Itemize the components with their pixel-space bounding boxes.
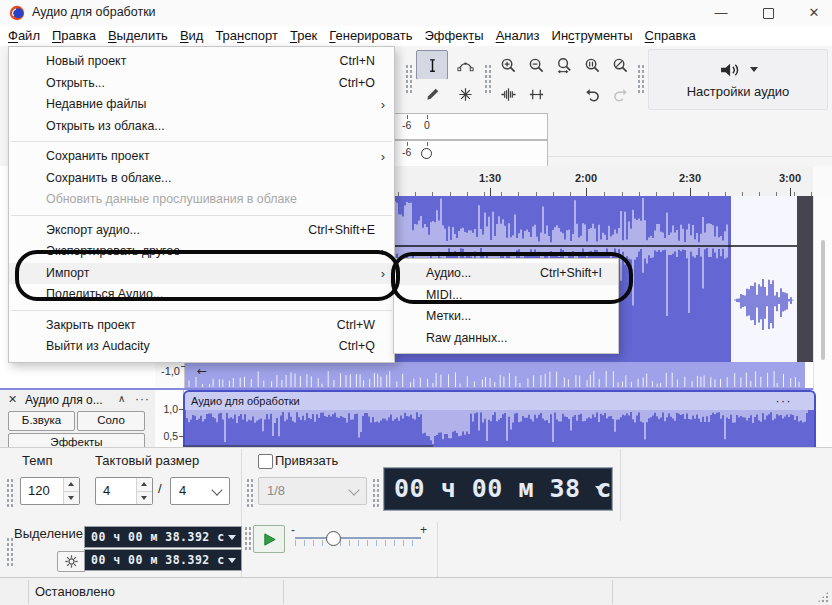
import-submenu-item-3[interactable]: Raw данных... (394, 328, 618, 350)
file-menu-item-11[interactable]: Импорт› (9, 263, 394, 285)
effects-button[interactable]: Эффекты (8, 433, 145, 447)
trim-audio-button[interactable] (494, 79, 523, 109)
close-button[interactable]: ✕ (799, 0, 829, 26)
audio-setup-grip[interactable] (637, 64, 645, 94)
snap-toolbar-grip[interactable] (246, 478, 254, 508)
time-toolbar-grip[interactable] (6, 478, 14, 508)
vertical-scrollbar-thumb[interactable] (821, 240, 825, 360)
selection-start-value[interactable]: 00 ч 00 м 38.392 с (91, 530, 225, 544)
menubar-item-2[interactable]: Выделить (102, 26, 174, 46)
file-menu-item-0[interactable]: Новый проектCtrl+N (9, 51, 394, 73)
time-display-grip[interactable] (372, 478, 380, 508)
fit-project-button[interactable] (578, 50, 607, 80)
tools-toolbar-grip[interactable] (405, 64, 413, 94)
play-at-speed-button[interactable] (253, 525, 285, 553)
solo-button[interactable]: Соло (77, 411, 145, 431)
menu-item-label: Открыть из облака... (46, 119, 165, 133)
minimize-button[interactable]: — (706, 0, 736, 26)
selection-tool-button[interactable] (416, 50, 448, 80)
ibeam-icon (424, 57, 441, 74)
menubar-item-7[interactable]: Эффекты (419, 26, 490, 46)
menubar-item-9[interactable]: Инструменты (546, 26, 639, 46)
clip-menu-icon[interactable]: ··· (776, 394, 815, 408)
slider-thumb[interactable] (326, 531, 341, 546)
time-format-caret-icon[interactable] (228, 535, 236, 540)
selection-end-value[interactable]: 00 ч 00 м 38.392 с (91, 553, 225, 567)
menubar-item-0[interactable]: Файл (2, 26, 46, 46)
zoom-out-button[interactable] (522, 50, 551, 80)
playback-meter[interactable]: -6 (392, 140, 548, 167)
file-menu-item-12[interactable]: Поделиться Аудио... (9, 284, 394, 306)
file-menu-item-1[interactable]: Открыть...Ctrl+O (9, 73, 394, 95)
zoom-in-icon (500, 57, 517, 74)
file-menu-item-10[interactable]: Экспортировать другое› (9, 241, 394, 263)
tempo-spinner[interactable]: 120 (20, 477, 80, 505)
audio-position-display[interactable]: 00 ч 00 м 38 с (383, 467, 613, 511)
track2-vertical-ruler: 1,0 0,5 (155, 390, 184, 447)
snap-checkbox[interactable] (258, 454, 273, 469)
recording-meter[interactable]: -6 0 (392, 113, 548, 140)
mute-button[interactable]: Б.звука (8, 411, 75, 431)
file-menu-item-5[interactable]: Сохранить проект› (9, 146, 394, 168)
zoom-toolbar-grip[interactable] (484, 64, 492, 94)
spin-up-icon[interactable] (64, 478, 79, 491)
track-menu-icon[interactable]: ··· (135, 392, 150, 406)
track2-waveform[interactable] (185, 410, 810, 447)
file-menu-item-15[interactable]: Выйти из AudacityCtrl+Q (9, 336, 394, 358)
time-signature-upper-spinner[interactable]: 4 (95, 477, 153, 505)
track-name[interactable]: Аудио для о... (25, 393, 103, 407)
slider-track[interactable] (295, 537, 421, 539)
redo-button[interactable] (606, 79, 635, 109)
menubar-item-10[interactable]: Справка (639, 26, 702, 46)
audio-setup-button[interactable]: Настройки аудио (648, 49, 828, 110)
selection-options-button[interactable] (57, 551, 86, 572)
file-menu-item-9[interactable]: Экспорт аудио...Ctrl+Shift+E (9, 220, 394, 242)
maximize-button[interactable] (753, 0, 783, 26)
meter-clip-indicator-icon (421, 148, 432, 159)
clip-header[interactable]: Аудио для обработки ··· (185, 392, 814, 410)
menubar-item-3[interactable]: Вид (174, 26, 210, 46)
snap-interval-dropdown[interactable]: 1/8 (258, 477, 367, 505)
selection-end-field[interactable]: 00 ч 00 м 38.392 с (84, 549, 242, 571)
undo-button[interactable] (578, 79, 607, 109)
resize-grip[interactable] (817, 591, 829, 603)
draw-tool-button[interactable] (416, 79, 448, 109)
tempo-value[interactable]: 120 (28, 483, 50, 498)
selection-toolbar-grip[interactable] (6, 537, 14, 567)
timesig-upper-value[interactable]: 4 (103, 483, 110, 498)
menubar-item-1[interactable]: Правка (46, 26, 102, 46)
time-format-caret-icon[interactable] (595, 486, 605, 492)
spin-down-icon[interactable] (64, 491, 79, 505)
zoom-in-button[interactable] (494, 50, 523, 80)
menu-item-label: Закрыть проект (46, 318, 136, 332)
track-close-icon[interactable]: ✕ (8, 393, 17, 406)
envelope-tool-button[interactable] (449, 50, 481, 80)
file-menu-item-6[interactable]: Сохранить в облаке... (9, 168, 394, 190)
file-menu-item-2[interactable]: Недавние файлы› (9, 94, 394, 116)
import-submenu-item-0[interactable]: Аудио...Ctrl+Shift+I (394, 263, 618, 285)
menubar-item-8[interactable]: Анализ (490, 26, 546, 46)
import-submenu-item-1[interactable]: MIDI... (394, 285, 618, 307)
zoom-toggle-button[interactable] (606, 50, 635, 80)
time-format-caret-icon[interactable] (228, 558, 236, 563)
audio-position-value[interactable]: 00 ч 00 м 38 с (394, 474, 612, 503)
multi-tool-button[interactable] (449, 79, 481, 109)
menubar-item-6[interactable]: Генерировать (323, 26, 418, 46)
file-menu-item-14[interactable]: Закрыть проектCtrl+W (9, 315, 394, 337)
track2-clip[interactable]: Аудио для обработки ··· (183, 390, 816, 449)
import-submenu-item-2[interactable]: Метки... (394, 306, 618, 328)
file-menu-item-7[interactable]: Обновить данные прослушивания в облаке (9, 189, 394, 211)
time-signature-lower-dropdown[interactable]: 4 (170, 477, 230, 505)
selection-start-field[interactable]: 00 ч 00 м 38.392 с (84, 526, 242, 548)
fit-selection-button[interactable] (550, 50, 579, 80)
track2-control-panel[interactable]: ✕ Аудио для о... ∧ ··· Б.звука Соло Эффе… (0, 390, 156, 447)
spin-up-icon[interactable] (137, 478, 152, 491)
menubar-item-4[interactable]: Транспорт (209, 26, 284, 46)
track-collapse-icon[interactable]: ∧ (118, 393, 125, 404)
spin-down-icon[interactable] (137, 491, 152, 505)
silence-audio-button[interactable] (522, 79, 551, 109)
play-speed-grip[interactable] (244, 526, 252, 552)
play-speed-slider[interactable]: - + (287, 524, 429, 554)
file-menu-item-3[interactable]: Открыть из облака... (9, 116, 394, 138)
menubar-item-5[interactable]: Трек (284, 26, 323, 46)
